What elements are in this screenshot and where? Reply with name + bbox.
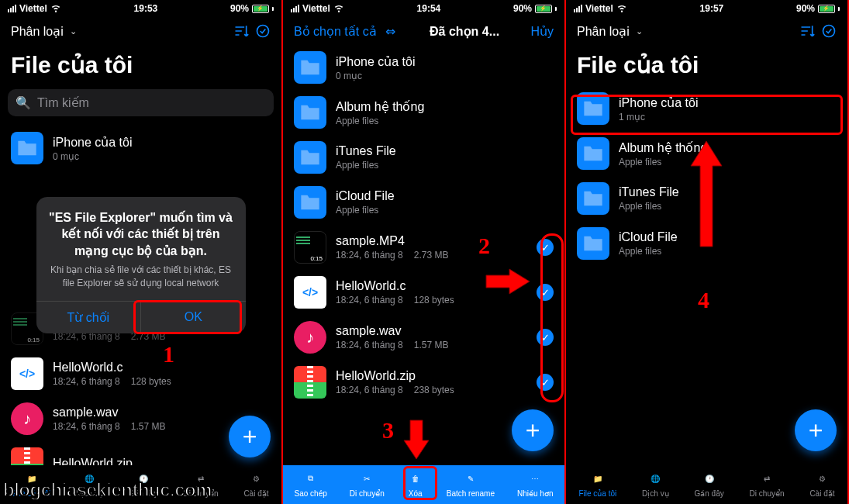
list-item[interactable]: </>HelloWorld.c18:24, 6 tháng 8128 bytes [0, 351, 281, 396]
carrier: Viettel [302, 3, 330, 14]
video-icon: 0:15 [294, 231, 326, 264]
plus-icon: + [809, 416, 823, 445]
folder-icon [294, 51, 326, 84]
deselect-all-button[interactable]: Bỏ chọn tất cả⇔ [294, 23, 399, 39]
wifi-icon [50, 2, 61, 16]
add-button[interactable]: + [512, 409, 554, 451]
folder-icon [577, 137, 609, 170]
list-item[interactable]: iCloud FileApple files [566, 221, 847, 266]
select-all-icon[interactable] [821, 23, 837, 39]
transfer-icon: ⇄ [758, 470, 775, 487]
signal-icon [574, 5, 582, 12]
signal-icon [8, 5, 16, 12]
list-item[interactable]: ♪sample.wav18:24, 6 tháng 81.57 MB✓ [283, 315, 564, 360]
rename-button[interactable]: ✎Batch rename [447, 470, 495, 498]
add-button[interactable]: + [795, 409, 837, 451]
trash-icon: 🗑 [407, 470, 424, 487]
file-list: iPhone của tôi0 mục Album hệ thốngApple … [283, 45, 564, 465]
list-item[interactable]: </>HelloWorld.c18:24, 6 tháng 8128 bytes… [283, 270, 564, 315]
list-item[interactable]: Album hệ thốngApple files [566, 131, 847, 176]
list-item[interactable]: iTunes FileApple files [283, 135, 564, 180]
status-bar: Viettel 19:57 90%⚡ [566, 0, 847, 17]
add-button[interactable]: + [229, 416, 271, 457]
dialog-message: Khi bạn chia sẻ file với các thiết bị kh… [49, 264, 233, 290]
cancel-button[interactable]: Hủy [530, 24, 554, 39]
chevron-down-icon: ⌄ [636, 26, 643, 36]
clock: 19:54 [417, 3, 441, 14]
screenshot-2: Viettel 19:54 90%⚡ Bỏ chọn tất cả⇔ Đã ch… [283, 0, 566, 504]
list-item[interactable]: 0:15sample.MP418:24, 6 tháng 82.73 MB✓ [283, 225, 564, 270]
svg-point-1 [823, 26, 835, 37]
folder-icon [294, 141, 326, 174]
move-button[interactable]: ✂Di chuyển [350, 470, 385, 498]
folder-icon [577, 227, 609, 260]
copy-button[interactable]: ⧉Sao chép [295, 470, 327, 498]
category-dropdown[interactable]: Phân loại⌄ [577, 24, 643, 39]
file-list: iPhone của tôi1 mục Album hệ thốngApple … [566, 86, 847, 465]
battery-icon: ⚡ [818, 5, 835, 13]
list-item[interactable]: iPhone của tôi0 mục [283, 45, 564, 90]
clock-icon: 🕐 [701, 470, 718, 487]
plus-icon: + [526, 416, 540, 445]
list-item[interactable]: HelloWorld.zip18:24, 6 tháng 8238 bytes✓ [283, 360, 564, 405]
zip-file-icon [11, 447, 43, 465]
copy-icon: ⧉ [302, 470, 319, 487]
signal-icon [291, 5, 299, 12]
list-item[interactable]: iCloud FileApple files [283, 180, 564, 225]
wifi-icon [333, 2, 344, 16]
screenshot-1: Viettel 19:53 90%⚡ Phân loại⌄ File của t… [0, 0, 283, 504]
folder-icon: 📁 [589, 470, 606, 487]
sort-icon[interactable] [233, 23, 249, 39]
tab-services[interactable]: 🌐Dịch vụ [642, 470, 669, 498]
list-item[interactable]: Album hệ thốngApple files [283, 90, 564, 135]
battery-pct: 90% [796, 3, 815, 14]
carrier: Viettel [585, 3, 613, 14]
tab-files[interactable]: 📁File của tôi [578, 470, 616, 498]
category-dropdown[interactable]: Phân loại⌄ [11, 24, 77, 39]
code-file-icon: </> [11, 357, 43, 390]
move-icon: ✂ [358, 470, 375, 487]
delete-button[interactable]: 🗑Xóa [407, 470, 424, 498]
select-all-icon[interactable] [255, 23, 271, 39]
tab-transfer[interactable]: ⇄Di chuyển [750, 470, 785, 498]
decline-button[interactable]: Từ chối [36, 302, 142, 333]
checkbox-icon[interactable]: ✓ [537, 329, 554, 346]
tab-settings[interactable]: ⚙Cài đặt [243, 470, 268, 498]
status-bar: Viettel 19:53 90%⚡ [0, 0, 281, 17]
svg-point-0 [257, 26, 269, 37]
tab-recent[interactable]: 🕐Gần đây [695, 470, 724, 498]
battery-icon: ⚡ [252, 5, 269, 13]
list-item[interactable]: iTunes FileApple files [566, 176, 847, 221]
ok-button[interactable]: OK [141, 302, 246, 333]
action-bar: ⧉Sao chép ✂Di chuyển 🗑Xóa ✎Batch rename … [283, 465, 564, 504]
selection-header: Bỏ chọn tất cả⇔ Đã chọn 4... Hủy [283, 17, 564, 45]
expand-icon: ⇔ [383, 23, 399, 39]
zip-file-icon [294, 366, 326, 399]
selection-count: Đã chọn 4... [430, 24, 499, 39]
page-title: File của tôi [566, 45, 847, 86]
checkbox-icon[interactable]: ✓ [537, 374, 554, 391]
screenshot-3: Viettel 19:57 90%⚡ Phân loại⌄ File của t… [566, 0, 849, 504]
status-bar: Viettel 19:54 90%⚡ [283, 0, 564, 17]
gear-icon: ⚙ [247, 470, 264, 487]
edit-icon: ✎ [462, 470, 479, 487]
plus-icon: + [243, 423, 257, 451]
wifi-icon [616, 2, 627, 16]
checkbox-icon[interactable]: ✓ [537, 284, 554, 301]
dialog-backdrop: "ES File Explorer" muốn tìm và kết nối v… [0, 47, 281, 341]
more-icon: ⋯ [526, 470, 544, 487]
tab-settings[interactable]: ⚙Cài đặt [809, 470, 834, 498]
carrier: Viettel [19, 3, 47, 14]
folder-icon [577, 92, 609, 125]
battery-pct: 90% [230, 3, 249, 14]
clock: 19:57 [700, 3, 724, 14]
more-button[interactable]: ⋯Nhiều hơn [517, 470, 553, 498]
checkbox-icon[interactable]: ✓ [537, 239, 554, 256]
folder-icon [294, 96, 326, 129]
audio-file-icon: ♪ [11, 402, 43, 435]
globe-icon: 🌐 [647, 470, 664, 487]
list-item[interactable]: iPhone của tôi1 mục [566, 86, 847, 131]
folder-icon [577, 182, 609, 215]
sort-icon[interactable] [799, 23, 815, 39]
tab-bar: 📁File của tôi 🌐Dịch vụ 🕐Gần đây ⇄Di chuy… [566, 465, 847, 504]
